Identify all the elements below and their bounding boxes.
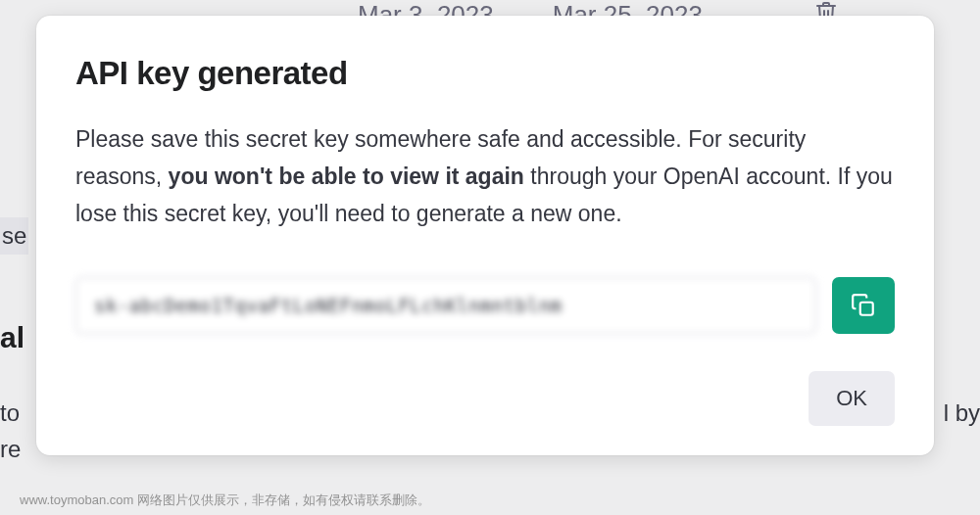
api-key-modal: API key generated Please save this secre… xyxy=(36,16,934,455)
api-key-field[interactable] xyxy=(75,277,816,334)
copy-icon xyxy=(851,293,876,318)
copy-button[interactable] xyxy=(832,277,895,334)
ok-button[interactable]: OK xyxy=(808,371,895,426)
api-key-row xyxy=(75,277,895,334)
modal-actions: OK xyxy=(75,371,895,426)
svg-rect-0 xyxy=(860,303,873,315)
modal-desc-bold: you won't be able to view it again xyxy=(169,164,524,189)
modal-title: API key generated xyxy=(75,55,895,92)
modal-description: Please save this secret key somewhere sa… xyxy=(75,121,895,233)
